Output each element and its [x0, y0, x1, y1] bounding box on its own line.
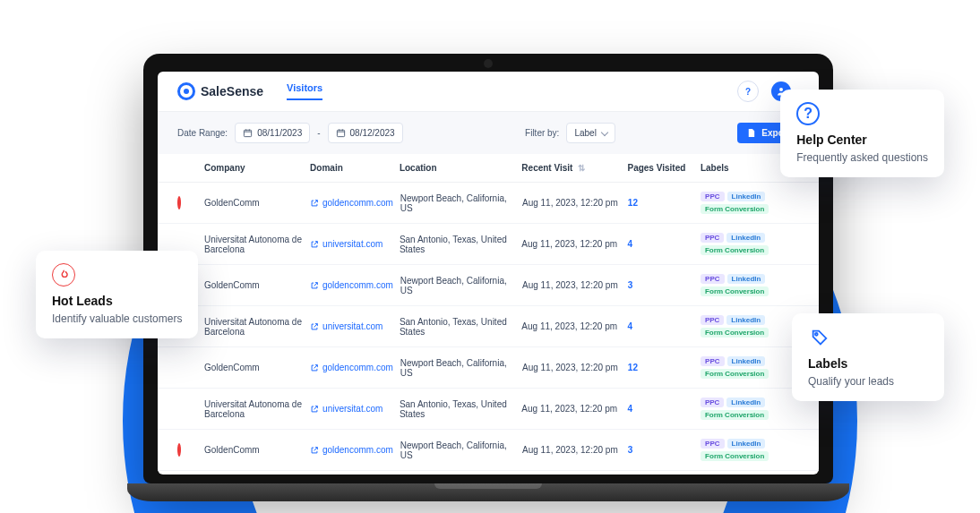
cell-recent-visit: Aug 11, 2023, 12:20 pm [522, 198, 621, 208]
cell-labels: PPCLinkedInForm Conversion [701, 356, 799, 379]
table-row[interactable]: GoldenCommgoldencomm.comNewport Beach, C… [158, 347, 819, 389]
cell-company: GoldenComm [204, 363, 303, 372]
label-linkedin[interactable]: LinkedIn [727, 356, 766, 366]
tag-icon [808, 326, 831, 349]
th-location[interactable]: Location [400, 163, 514, 173]
flame-icon [52, 263, 75, 286]
label-form-conversion[interactable]: Form Conversion [701, 410, 769, 420]
table-row[interactable]: Universitat Autonoma de Barcelonaunivers… [158, 471, 819, 475]
document-icon [746, 128, 756, 138]
th-domain[interactable]: Domain [310, 163, 392, 173]
svg-rect-3 [337, 130, 344, 136]
table-row[interactable]: GoldenCommgoldencomm.comNewport Beach, C… [158, 430, 819, 471]
cell-recent-visit: Aug 11, 2023, 12:20 pm [521, 239, 620, 249]
table-row[interactable]: Universitat Autonoma de Barcelonaunivers… [158, 306, 819, 347]
label-form-conversion[interactable]: Form Conversion [701, 451, 769, 461]
brand[interactable]: SaleSense [177, 82, 263, 100]
cell-pages-visited[interactable]: 12 [628, 363, 693, 372]
cell-domain-link[interactable]: universitat.com [310, 239, 392, 249]
label-linkedin[interactable]: LinkedIn [726, 233, 765, 243]
date-from-input[interactable]: 08/11/2023 [235, 123, 310, 143]
label-ppc[interactable]: PPC [701, 356, 724, 366]
table-row[interactable]: Universitat Autonoma de Barcelonaunivers… [158, 389, 819, 430]
callout-title: Hot Leads [52, 294, 182, 308]
label-ppc[interactable]: PPC [701, 398, 724, 407]
callout-help-center: ? Help Center Frequently asked questions [780, 90, 944, 177]
th-company[interactable]: Company [204, 163, 303, 173]
table-row[interactable]: GoldenCommgoldencomm.comNewport Beach, C… [158, 183, 819, 224]
cell-domain-link[interactable]: goldencomm.com [310, 363, 393, 372]
chevron-down-icon [601, 128, 608, 135]
app-screen: SaleSense Visitors ? Date [158, 72, 819, 475]
cell-pages-visited[interactable]: 4 [627, 239, 692, 249]
cell-pages-visited[interactable]: 3 [628, 445, 693, 455]
label-ppc[interactable]: PPC [701, 315, 724, 325]
svg-point-1 [779, 88, 783, 91]
date-range-label: Date Range: [177, 128, 228, 138]
tab-visitors[interactable]: Visitors [287, 82, 322, 100]
label-linkedin[interactable]: LinkedIn [727, 439, 766, 449]
sort-icon: ⇅ [578, 163, 585, 173]
cell-domain-link[interactable]: goldencomm.com [310, 280, 393, 290]
cell-location: San Antonio, Texas, United States [400, 399, 514, 419]
callout-hot-leads: Hot Leads Identify valuable customers [36, 251, 198, 338]
external-link-icon [310, 199, 319, 208]
cell-pages-visited[interactable]: 3 [628, 280, 693, 290]
label-linkedin[interactable]: LinkedIn [726, 315, 765, 325]
callout-sub: Identify valuable customers [52, 312, 182, 326]
cell-labels: PPCLinkedInForm Conversion [701, 315, 799, 338]
label-form-conversion[interactable]: Form Conversion [701, 204, 769, 214]
cell-location: Newport Beach, California, US [400, 440, 515, 460]
cell-labels: PPCLinkedInForm Conversion [701, 274, 799, 296]
external-link-icon [310, 363, 319, 372]
th-pages-visited[interactable]: Pages Visited [627, 163, 692, 173]
svg-rect-2 [245, 130, 252, 136]
table-row[interactable]: GoldenCommgoldencomm.comNewport Beach, C… [158, 265, 819, 306]
label-linkedin[interactable]: LinkedIn [726, 398, 765, 407]
laptop-frame: SaleSense Visitors ? Date [143, 54, 833, 501]
brand-name: SaleSense [201, 84, 263, 98]
date-to-input[interactable]: 08/12/2023 [328, 123, 403, 143]
hot-lead-icon [177, 443, 181, 457]
label-ppc[interactable]: PPC [701, 192, 724, 201]
table-row[interactable]: Universitat Autonoma de Barcelonaunivers… [158, 224, 819, 265]
filter-select[interactable]: Label [566, 123, 615, 143]
label-linkedin[interactable]: LinkedIn [727, 274, 766, 284]
label-linkedin[interactable]: LinkedIn [727, 192, 766, 201]
th-recent-visit[interactable]: Recent Visit ⇅ [521, 163, 620, 173]
external-link-icon [310, 240, 319, 249]
cell-recent-visit: Aug 11, 2023, 12:20 pm [522, 445, 621, 455]
cell-recent-visit: Aug 11, 2023, 12:20 pm [521, 321, 620, 331]
calendar-icon [243, 128, 253, 138]
cell-domain-link[interactable]: goldencomm.com [310, 445, 393, 455]
label-form-conversion[interactable]: Form Conversion [701, 286, 769, 296]
cell-recent-visit: Aug 11, 2023, 12:20 pm [522, 280, 621, 290]
table-header: Company Domain Location Recent Visit ⇅ P… [158, 154, 819, 183]
cell-company: GoldenComm [204, 445, 303, 455]
label-form-conversion[interactable]: Form Conversion [701, 369, 769, 379]
label-form-conversion[interactable]: Form Conversion [701, 328, 769, 338]
cell-pages-visited[interactable]: 12 [628, 198, 693, 208]
label-ppc[interactable]: PPC [701, 233, 724, 243]
external-link-icon [310, 446, 319, 455]
label-ppc[interactable]: PPC [701, 439, 724, 449]
app-header: SaleSense Visitors ? [158, 72, 819, 112]
cell-location: Newport Beach, California, US [400, 193, 515, 213]
help-button[interactable]: ? [737, 81, 759, 102]
cell-recent-visit: Aug 11, 2023, 12:20 pm [521, 404, 620, 414]
calendar-icon [336, 128, 346, 138]
svg-point-0 [815, 333, 818, 336]
external-link-icon [310, 405, 319, 414]
cell-location: San Antonio, Texas, United States [400, 317, 514, 337]
cell-pages-visited[interactable]: 4 [627, 321, 692, 331]
external-link-icon [310, 281, 319, 290]
cell-pages-visited[interactable]: 4 [627, 404, 692, 414]
cell-domain-link[interactable]: universitat.com [310, 404, 392, 414]
cell-company: GoldenComm [204, 280, 303, 290]
cell-domain-link[interactable]: universitat.com [310, 321, 392, 331]
label-ppc[interactable]: PPC [701, 274, 724, 284]
label-form-conversion[interactable]: Form Conversion [701, 245, 769, 255]
cell-domain-link[interactable]: goldencomm.com [310, 198, 393, 208]
callout-labels: Labels Qualify your leads [792, 313, 944, 401]
cell-labels: PPCLinkedInForm Conversion [701, 233, 799, 255]
